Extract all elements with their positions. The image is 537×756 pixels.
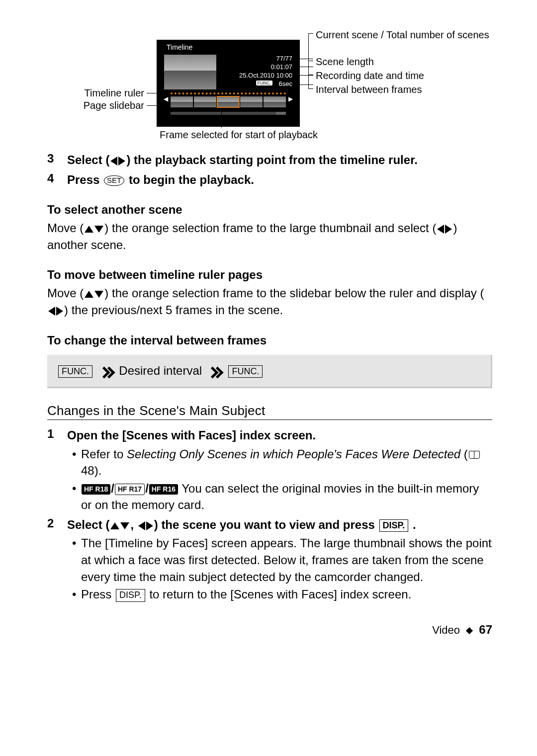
manual-page: Timeline 77/77 0:01:07 25.Oct.2010 10:00… <box>0 0 537 657</box>
chevron-right-icon <box>101 366 112 377</box>
lcd-record-date: 25.Oct.2010 10:00 <box>239 72 292 79</box>
text-select-another-scene: Move () the orange selection frame to th… <box>47 220 492 253</box>
heading-move-ruler-pages: To move between timeline ruler pages <box>47 268 492 282</box>
left-right-arrows-icon <box>437 225 452 234</box>
set-button-icon: SET <box>104 175 124 186</box>
callout-timeline-ruler: Timeline ruler <box>70 87 144 99</box>
step-4-number: 4 <box>47 171 67 188</box>
callout-date-time: Recording date and time <box>316 70 424 82</box>
lcd-selected-frame <box>217 96 240 107</box>
disp-button-icon: DISP. <box>116 589 145 601</box>
callout-scene-length: Scene length <box>316 56 374 68</box>
left-right-arrows-icon <box>138 521 153 530</box>
disp-button-icon: DISP. <box>379 519 409 532</box>
heading-rule <box>47 420 492 420</box>
lcd-func-badge: FUNC. <box>256 81 273 85</box>
step-2-text: Select (, ) the scene you want to view a… <box>67 516 416 533</box>
left-right-arrows-icon <box>110 157 125 166</box>
step-1: 1 Open the [Scenes with Faces] index scr… <box>47 427 492 444</box>
step-2-number: 2 <box>47 516 67 533</box>
lcd-scene-length: 0:01:07 <box>271 63 292 71</box>
callout-scene-count: Current scene / Total number of scenes <box>316 29 489 41</box>
lcd-title: Timeline <box>167 43 192 51</box>
up-down-arrows-icon <box>85 291 103 298</box>
heading-changes-main-subject: Changes in the Scene's Main Subject <box>47 403 492 419</box>
page-number: 67 <box>479 623 492 636</box>
step-2: 2 Select (, ) the scene you want to view… <box>47 516 492 533</box>
lcd-large-thumbnail <box>164 55 216 89</box>
timeline-diagram: Timeline 77/77 0:01:07 25.Oct.2010 10:00… <box>47 25 505 142</box>
callout-page-slidebar: Page slidebar <box>70 99 144 112</box>
lcd-scene-counter: 77/77 <box>276 55 292 62</box>
up-down-arrows-icon <box>85 226 103 233</box>
lcd-ruler-left-arrow: ◀ <box>164 95 168 102</box>
step-4-text: Press SET to begin the playback. <box>67 171 254 188</box>
func-button-icon: FUNC. <box>58 365 92 378</box>
text-move-ruler-pages: Move () the orange selection frame to th… <box>47 285 492 318</box>
lcd-page-slidebar <box>171 112 286 115</box>
step-2-bullet-2: • Press DISP. to return to the [Scenes w… <box>72 586 492 603</box>
model-badge-hfr16: HF R16 <box>149 484 178 495</box>
step-1-bullet-1: • Refer to Selecting Only Scenes in whic… <box>72 446 492 479</box>
lcd-ruler-right-arrow: ▶ <box>288 95 293 102</box>
left-right-arrows-icon <box>48 307 63 316</box>
page-footer: Video 67 <box>47 623 492 637</box>
heading-change-interval: To change the interval between frames <box>47 334 492 347</box>
footer-section: Video <box>432 624 460 636</box>
action-sequence-bar: FUNC. Desired interval FUNC. <box>47 355 492 388</box>
callout-interval: Interval between frames <box>316 84 422 96</box>
step-2-bullet-1: • The [Timeline by Faces] screen appears… <box>72 535 492 585</box>
diamond-icon <box>466 627 473 634</box>
heading-select-another-scene: To select another scene <box>47 203 492 217</box>
step-3: 3 Select () the playback starting point … <box>47 152 492 168</box>
lcd-timeline-ruler <box>171 92 286 107</box>
step-1-text: Open the [Scenes with Faces] index scree… <box>67 427 316 444</box>
callout-selected-frame: Frame selected for start of playback <box>152 129 326 141</box>
step-3-number: 3 <box>47 152 67 168</box>
step-1-number: 1 <box>47 427 67 444</box>
step-4: 4 Press SET to begin the playback. <box>47 171 492 188</box>
lcd-interval: 6sec <box>279 80 292 87</box>
chevron-right-icon <box>209 366 220 377</box>
step-3-text: Select () the playback starting point fr… <box>67 152 418 168</box>
step-1-bullet-2: • HF R18/HF R17/HF R16 You can select th… <box>72 480 492 513</box>
func-button-icon: FUNC. <box>228 365 263 378</box>
model-badge-hfr18: HF R18 <box>82 484 110 495</box>
model-badge-hfr17: HF R17 <box>115 484 145 496</box>
up-down-arrows-icon <box>110 522 129 529</box>
manual-reference-icon <box>469 451 480 459</box>
camera-lcd-mock: Timeline 77/77 0:01:07 25.Oct.2010 10:00… <box>157 40 300 127</box>
